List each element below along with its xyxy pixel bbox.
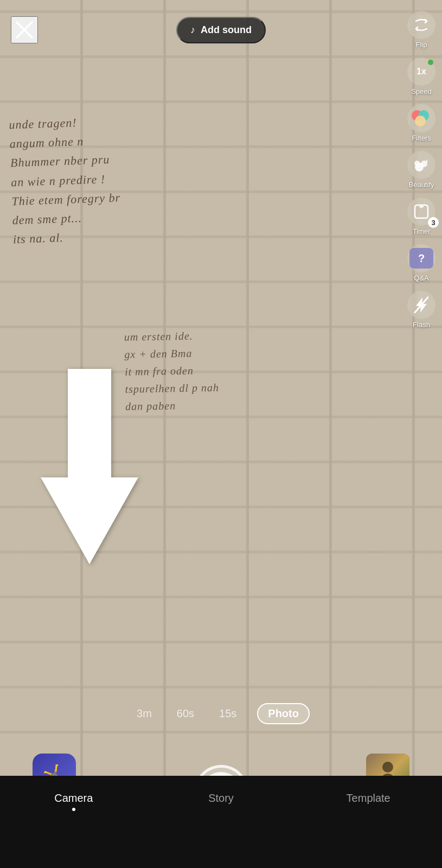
bottom-nav: Camera Story Template	[0, 776, 442, 868]
nav-tab-story-label: Story	[208, 792, 234, 805]
timer-icon	[414, 204, 429, 219]
top-bar: ♪ Add sound	[0, 0, 442, 49]
qa-icon-container: ?	[407, 244, 435, 272]
sidebar-item-timer[interactable]: 3 Timer	[407, 197, 435, 235]
flip-icon-container	[407, 11, 435, 39]
add-sound-label: Add sound	[201, 24, 252, 36]
handwriting-text-top: unde tragen! angum ohne n Bhummer nber p…	[9, 102, 401, 249]
flip-label: Flip	[416, 41, 427, 49]
timer-badge: 3	[428, 217, 439, 228]
nav-active-indicator	[72, 808, 75, 811]
flash-label: Flash	[413, 321, 430, 329]
filters-label: Filters	[412, 134, 431, 142]
timer-label: Timer	[413, 227, 431, 235]
mode-15s[interactable]: 15s	[215, 704, 241, 723]
timer-icon-container: 3	[407, 197, 435, 226]
svg-point-5	[414, 161, 420, 166]
music-icon: ♪	[190, 24, 195, 36]
flip-icon	[413, 17, 430, 33]
add-sound-button[interactable]: ♪ Add sound	[176, 17, 266, 43]
speed-dot	[428, 60, 433, 65]
mode-60s[interactable]: 60s	[172, 704, 198, 723]
beautify-icon	[413, 156, 430, 174]
nav-tab-camera-label: Camera	[54, 792, 93, 805]
nav-tab-template-label: Template	[347, 792, 390, 805]
mode-photo[interactable]: Photo	[257, 703, 310, 724]
mode-3m[interactable]: 3m	[132, 704, 156, 723]
nav-tab-template[interactable]: Template	[294, 787, 442, 810]
flash-icon	[414, 296, 429, 314]
right-sidebar: Flip 1x Speed Filters Be	[407, 11, 435, 329]
sidebar-item-flash[interactable]: Flash	[407, 291, 435, 329]
sidebar-item-speed[interactable]: 1x Speed	[407, 58, 435, 95]
speed-label: Speed	[411, 87, 432, 95]
beautify-icon-container	[407, 151, 435, 179]
close-button[interactable]	[11, 16, 38, 43]
sidebar-item-filters[interactable]: Filters	[407, 104, 435, 142]
qa-label: Q&A	[414, 274, 428, 282]
filters-icon-container	[407, 104, 435, 132]
svg-point-12	[382, 762, 393, 773]
nav-tab-story[interactable]: Story	[148, 787, 295, 810]
sidebar-item-beautify[interactable]: Beautify	[407, 151, 435, 189]
sidebar-item-flip[interactable]: Flip	[407, 11, 435, 49]
qa-icon: ?	[409, 248, 433, 269]
beautify-label: Beautify	[409, 181, 434, 189]
qa-text: ?	[418, 252, 425, 265]
filters-icon	[412, 110, 431, 126]
speed-icon-container: 1x	[407, 58, 435, 86]
speed-value: 1x	[417, 67, 426, 76]
camera-viewfinder: unde tragen! angum ohne n Bhummer nber p…	[0, 0, 442, 776]
direction-arrow	[35, 369, 144, 566]
handwriting-text-bottom: um ersten ide. gx + den Bma it mn fra od…	[124, 323, 438, 415]
nav-tab-camera[interactable]: Camera	[0, 787, 148, 816]
svg-marker-0	[41, 369, 138, 564]
mode-selector: 3m 60s 15s Photo	[0, 703, 442, 724]
sidebar-item-qa[interactable]: ? Q&A	[407, 244, 435, 282]
flash-icon-container	[407, 291, 435, 319]
